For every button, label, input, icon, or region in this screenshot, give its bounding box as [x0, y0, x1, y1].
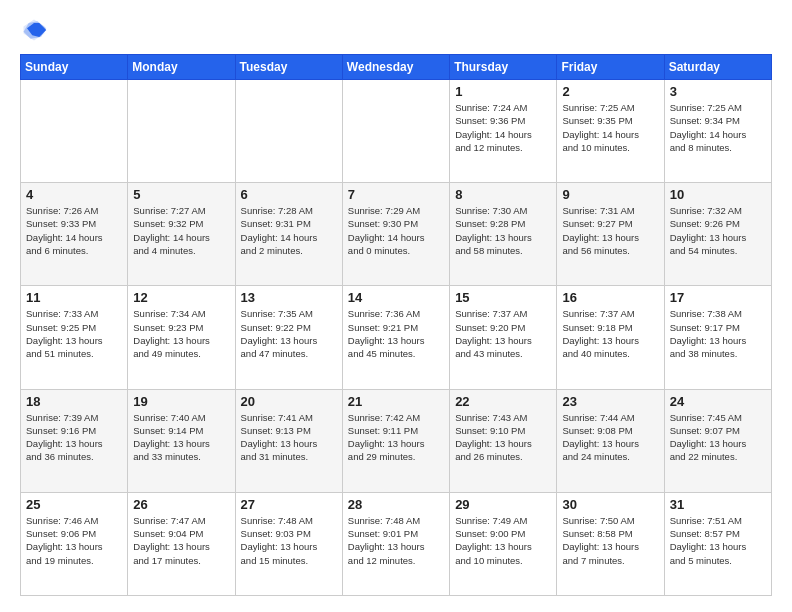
- header: [20, 16, 772, 44]
- day-number: 10: [670, 187, 766, 202]
- day-number: 26: [133, 497, 229, 512]
- day-info: Sunrise: 7:28 AMSunset: 9:31 PMDaylight:…: [241, 204, 337, 257]
- day-number: 22: [455, 394, 551, 409]
- day-info: Sunrise: 7:34 AMSunset: 9:23 PMDaylight:…: [133, 307, 229, 360]
- day-number: 24: [670, 394, 766, 409]
- day-info: Sunrise: 7:42 AMSunset: 9:11 PMDaylight:…: [348, 411, 444, 464]
- calendar-cell: 8Sunrise: 7:30 AMSunset: 9:28 PMDaylight…: [450, 183, 557, 286]
- calendar-week-1: 1Sunrise: 7:24 AMSunset: 9:36 PMDaylight…: [21, 80, 772, 183]
- calendar-cell: 5Sunrise: 7:27 AMSunset: 9:32 PMDaylight…: [128, 183, 235, 286]
- calendar-cell: 2Sunrise: 7:25 AMSunset: 9:35 PMDaylight…: [557, 80, 664, 183]
- day-number: 25: [26, 497, 122, 512]
- day-number: 4: [26, 187, 122, 202]
- calendar-cell: 22Sunrise: 7:43 AMSunset: 9:10 PMDayligh…: [450, 389, 557, 492]
- day-number: 15: [455, 290, 551, 305]
- calendar-cell: 26Sunrise: 7:47 AMSunset: 9:04 PMDayligh…: [128, 492, 235, 595]
- day-number: 7: [348, 187, 444, 202]
- day-info: Sunrise: 7:49 AMSunset: 9:00 PMDaylight:…: [455, 514, 551, 567]
- day-number: 29: [455, 497, 551, 512]
- calendar-week-5: 25Sunrise: 7:46 AMSunset: 9:06 PMDayligh…: [21, 492, 772, 595]
- calendar-cell: 25Sunrise: 7:46 AMSunset: 9:06 PMDayligh…: [21, 492, 128, 595]
- day-number: 19: [133, 394, 229, 409]
- day-number: 20: [241, 394, 337, 409]
- day-number: 5: [133, 187, 229, 202]
- calendar-header-wednesday: Wednesday: [342, 55, 449, 80]
- page: SundayMondayTuesdayWednesdayThursdayFrid…: [0, 0, 792, 612]
- day-info: Sunrise: 7:40 AMSunset: 9:14 PMDaylight:…: [133, 411, 229, 464]
- calendar-cell: 27Sunrise: 7:48 AMSunset: 9:03 PMDayligh…: [235, 492, 342, 595]
- calendar-cell: 31Sunrise: 7:51 AMSunset: 8:57 PMDayligh…: [664, 492, 771, 595]
- day-number: 28: [348, 497, 444, 512]
- calendar-cell: 21Sunrise: 7:42 AMSunset: 9:11 PMDayligh…: [342, 389, 449, 492]
- day-number: 11: [26, 290, 122, 305]
- calendar-cell: 7Sunrise: 7:29 AMSunset: 9:30 PMDaylight…: [342, 183, 449, 286]
- day-info: Sunrise: 7:47 AMSunset: 9:04 PMDaylight:…: [133, 514, 229, 567]
- day-info: Sunrise: 7:25 AMSunset: 9:35 PMDaylight:…: [562, 101, 658, 154]
- day-info: Sunrise: 7:26 AMSunset: 9:33 PMDaylight:…: [26, 204, 122, 257]
- logo: [20, 16, 52, 44]
- day-number: 14: [348, 290, 444, 305]
- calendar-cell: 17Sunrise: 7:38 AMSunset: 9:17 PMDayligh…: [664, 286, 771, 389]
- day-info: Sunrise: 7:43 AMSunset: 9:10 PMDaylight:…: [455, 411, 551, 464]
- day-info: Sunrise: 7:31 AMSunset: 9:27 PMDaylight:…: [562, 204, 658, 257]
- day-number: 2: [562, 84, 658, 99]
- day-info: Sunrise: 7:30 AMSunset: 9:28 PMDaylight:…: [455, 204, 551, 257]
- calendar-cell: 23Sunrise: 7:44 AMSunset: 9:08 PMDayligh…: [557, 389, 664, 492]
- calendar-cell: 12Sunrise: 7:34 AMSunset: 9:23 PMDayligh…: [128, 286, 235, 389]
- day-info: Sunrise: 7:33 AMSunset: 9:25 PMDaylight:…: [26, 307, 122, 360]
- day-info: Sunrise: 7:32 AMSunset: 9:26 PMDaylight:…: [670, 204, 766, 257]
- calendar-cell: 4Sunrise: 7:26 AMSunset: 9:33 PMDaylight…: [21, 183, 128, 286]
- calendar-header-friday: Friday: [557, 55, 664, 80]
- day-number: 1: [455, 84, 551, 99]
- day-info: Sunrise: 7:24 AMSunset: 9:36 PMDaylight:…: [455, 101, 551, 154]
- calendar-cell: 29Sunrise: 7:49 AMSunset: 9:00 PMDayligh…: [450, 492, 557, 595]
- day-info: Sunrise: 7:45 AMSunset: 9:07 PMDaylight:…: [670, 411, 766, 464]
- day-info: Sunrise: 7:44 AMSunset: 9:08 PMDaylight:…: [562, 411, 658, 464]
- day-info: Sunrise: 7:25 AMSunset: 9:34 PMDaylight:…: [670, 101, 766, 154]
- logo-icon: [20, 16, 48, 44]
- day-info: Sunrise: 7:51 AMSunset: 8:57 PMDaylight:…: [670, 514, 766, 567]
- day-number: 27: [241, 497, 337, 512]
- calendar-cell: 24Sunrise: 7:45 AMSunset: 9:07 PMDayligh…: [664, 389, 771, 492]
- day-info: Sunrise: 7:29 AMSunset: 9:30 PMDaylight:…: [348, 204, 444, 257]
- day-number: 12: [133, 290, 229, 305]
- day-number: 21: [348, 394, 444, 409]
- calendar-header-thursday: Thursday: [450, 55, 557, 80]
- calendar-cell: 18Sunrise: 7:39 AMSunset: 9:16 PMDayligh…: [21, 389, 128, 492]
- day-number: 18: [26, 394, 122, 409]
- day-number: 13: [241, 290, 337, 305]
- day-info: Sunrise: 7:38 AMSunset: 9:17 PMDaylight:…: [670, 307, 766, 360]
- calendar-week-4: 18Sunrise: 7:39 AMSunset: 9:16 PMDayligh…: [21, 389, 772, 492]
- calendar-cell: 11Sunrise: 7:33 AMSunset: 9:25 PMDayligh…: [21, 286, 128, 389]
- calendar-cell: [128, 80, 235, 183]
- calendar-cell: 1Sunrise: 7:24 AMSunset: 9:36 PMDaylight…: [450, 80, 557, 183]
- day-info: Sunrise: 7:48 AMSunset: 9:03 PMDaylight:…: [241, 514, 337, 567]
- day-info: Sunrise: 7:41 AMSunset: 9:13 PMDaylight:…: [241, 411, 337, 464]
- day-info: Sunrise: 7:37 AMSunset: 9:18 PMDaylight:…: [562, 307, 658, 360]
- calendar-header-sunday: Sunday: [21, 55, 128, 80]
- calendar-header-monday: Monday: [128, 55, 235, 80]
- calendar-cell: [342, 80, 449, 183]
- day-info: Sunrise: 7:27 AMSunset: 9:32 PMDaylight:…: [133, 204, 229, 257]
- calendar-cell: 20Sunrise: 7:41 AMSunset: 9:13 PMDayligh…: [235, 389, 342, 492]
- day-number: 30: [562, 497, 658, 512]
- day-info: Sunrise: 7:39 AMSunset: 9:16 PMDaylight:…: [26, 411, 122, 464]
- day-number: 31: [670, 497, 766, 512]
- calendar-header-tuesday: Tuesday: [235, 55, 342, 80]
- calendar-table: SundayMondayTuesdayWednesdayThursdayFrid…: [20, 54, 772, 596]
- day-info: Sunrise: 7:46 AMSunset: 9:06 PMDaylight:…: [26, 514, 122, 567]
- day-number: 23: [562, 394, 658, 409]
- calendar-cell: 30Sunrise: 7:50 AMSunset: 8:58 PMDayligh…: [557, 492, 664, 595]
- day-number: 6: [241, 187, 337, 202]
- calendar-cell: 15Sunrise: 7:37 AMSunset: 9:20 PMDayligh…: [450, 286, 557, 389]
- day-number: 16: [562, 290, 658, 305]
- calendar-cell: 3Sunrise: 7:25 AMSunset: 9:34 PMDaylight…: [664, 80, 771, 183]
- calendar-cell: 16Sunrise: 7:37 AMSunset: 9:18 PMDayligh…: [557, 286, 664, 389]
- calendar-week-3: 11Sunrise: 7:33 AMSunset: 9:25 PMDayligh…: [21, 286, 772, 389]
- calendar-cell: 14Sunrise: 7:36 AMSunset: 9:21 PMDayligh…: [342, 286, 449, 389]
- calendar-cell: 13Sunrise: 7:35 AMSunset: 9:22 PMDayligh…: [235, 286, 342, 389]
- calendar-header-saturday: Saturday: [664, 55, 771, 80]
- calendar-cell: 28Sunrise: 7:48 AMSunset: 9:01 PMDayligh…: [342, 492, 449, 595]
- calendar-cell: 19Sunrise: 7:40 AMSunset: 9:14 PMDayligh…: [128, 389, 235, 492]
- calendar-cell: 6Sunrise: 7:28 AMSunset: 9:31 PMDaylight…: [235, 183, 342, 286]
